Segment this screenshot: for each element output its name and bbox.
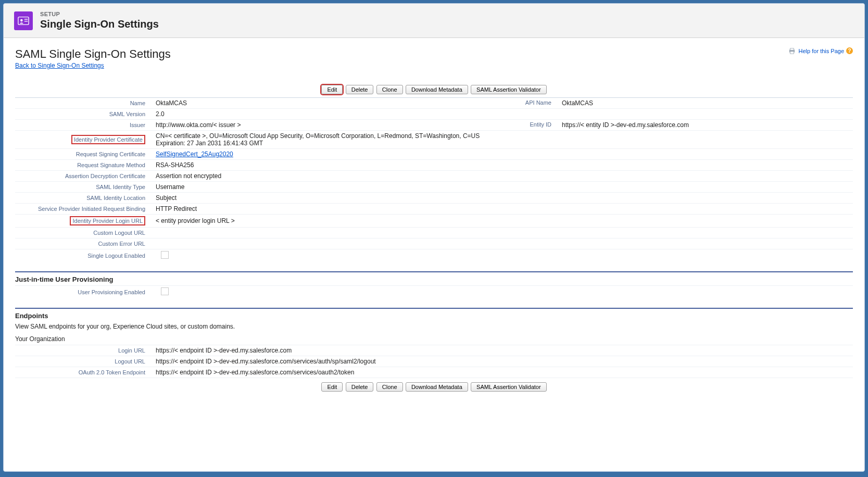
value-custom-logout-url — [150, 232, 853, 234]
clone-button[interactable]: Clone — [376, 85, 403, 94]
label-api-name: API Name — [489, 98, 557, 108]
download-metadata-button[interactable]: Download Metadata — [406, 85, 468, 94]
user-provisioning-enabled-checkbox — [161, 287, 169, 295]
value-logout-url: https://< endpoint ID >-dev-ed.my.salesf… — [150, 357, 853, 366]
svg-rect-3 — [24, 21, 28, 21]
value-oauth-token-endpoint: https://< endpoint ID >-dev-ed.my.salesf… — [150, 368, 853, 377]
svg-rect-2 — [24, 19, 28, 19]
svg-rect-5 — [790, 48, 794, 49]
saml-assertion-validator-button-bottom[interactable]: SAML Assertion Validator — [471, 382, 547, 392]
label-assertion-decryption-cert: Assertion Decryption Certificate — [15, 172, 150, 180]
single-logout-enabled-checkbox — [161, 251, 169, 259]
value-assertion-decryption-cert: Assertion not encrypted — [150, 171, 853, 181]
help-label: Help for this Page — [799, 48, 844, 54]
label-entity-id: Entity ID — [489, 120, 557, 130]
edit-button-bottom[interactable]: Edit — [321, 382, 343, 392]
label-custom-logout-url: Custom Logout URL — [15, 229, 150, 237]
action-button-bar-bottom: Edit Delete Clone Download Metadata SAML… — [15, 382, 853, 392]
your-organization-subheader: Your Organization — [15, 333, 853, 345]
label-sp-initiated-binding: Service Provider Initiated Request Bindi… — [15, 205, 150, 213]
label-request-signing-cert: Request Signing Certificate — [15, 150, 150, 158]
value-idp-login-url: < entity provider login URL > — [150, 216, 853, 225]
clone-button-bottom[interactable]: Clone — [376, 382, 403, 392]
value-request-signature-method: RSA-SHA256 — [150, 160, 853, 170]
setup-header: SETUP Single Sign-On Settings — [4, 4, 864, 38]
value-idp-certificate: CN=< certificate >, OU=Microsoft Cloud A… — [150, 131, 853, 148]
value-sp-initiated-binding: HTTP Redirect — [150, 204, 853, 214]
value-request-signing-cert[interactable]: SelfSignedCert_25Aug2020 — [156, 150, 233, 158]
label-oauth-token-endpoint: OAuth 2.0 Token Endpoint — [15, 368, 150, 376]
label-idp-login-url: Identity Provider Login URL — [15, 215, 150, 227]
label-saml-version: SAML Version — [15, 110, 150, 118]
action-button-bar-top: Edit Delete Clone Download Metadata SAML… — [15, 85, 853, 94]
label-custom-error-url: Custom Error URL — [15, 240, 150, 248]
svg-point-1 — [20, 19, 23, 21]
section-jit-provisioning: Just-in-time User Provisioning — [15, 271, 853, 285]
label-login-url: Login URL — [15, 346, 150, 355]
label-saml-identity-type: SAML Identity Type — [15, 183, 150, 191]
value-saml-identity-type: Username — [150, 182, 853, 192]
value-name: OktaMCAS — [150, 98, 489, 108]
label-saml-identity-location: SAML Identity Location — [15, 194, 150, 202]
endpoints-description: View SAML endpoints for your org, Experi… — [15, 322, 853, 333]
label-logout-url: Logout URL — [15, 357, 150, 366]
value-login-url: https://< endpoint ID >-dev-ed.my.salesf… — [150, 346, 853, 355]
value-issuer: http://www.okta.com/< issuer > — [150, 120, 489, 130]
delete-button-bottom[interactable]: Delete — [346, 382, 374, 392]
value-entity-id: https://< entity ID >-dev-ed.my.salesfor… — [557, 120, 853, 130]
delete-button[interactable]: Delete — [346, 85, 374, 94]
label-user-provisioning-enabled: User Provisioning Enabled — [15, 288, 150, 296]
label-issuer: Issuer — [15, 121, 150, 129]
download-metadata-button-bottom[interactable]: Download Metadata — [406, 382, 468, 392]
section-endpoints: Endpoints — [15, 308, 853, 322]
printer-icon — [788, 48, 796, 54]
sso-settings-icon — [14, 11, 33, 30]
back-link[interactable]: Back to Single Sign-On Settings — [15, 62, 104, 69]
page-title: SAML Single Sign-On Settings — [15, 47, 171, 61]
svg-rect-6 — [790, 51, 794, 53]
saml-assertion-validator-button[interactable]: SAML Assertion Validator — [471, 85, 547, 94]
value-saml-version: 2.0 — [150, 109, 853, 119]
label-name: Name — [15, 99, 150, 107]
help-for-this-page[interactable]: Help for this Page ? — [788, 47, 853, 54]
label-single-logout-enabled: Single Logout Enabled — [15, 252, 150, 260]
help-icon: ? — [846, 47, 853, 54]
page-header-title: Single Sign-On Settings — [40, 18, 159, 30]
label-request-signature-method: Request Signature Method — [15, 161, 150, 169]
value-custom-error-url — [150, 243, 853, 245]
value-saml-identity-location: Subject — [150, 193, 853, 203]
value-api-name: OktaMCAS — [557, 98, 853, 108]
label-idp-certificate: Identity Provider Certificate — [15, 134, 150, 145]
edit-button[interactable]: Edit — [321, 85, 343, 94]
setup-label: SETUP — [40, 11, 159, 17]
